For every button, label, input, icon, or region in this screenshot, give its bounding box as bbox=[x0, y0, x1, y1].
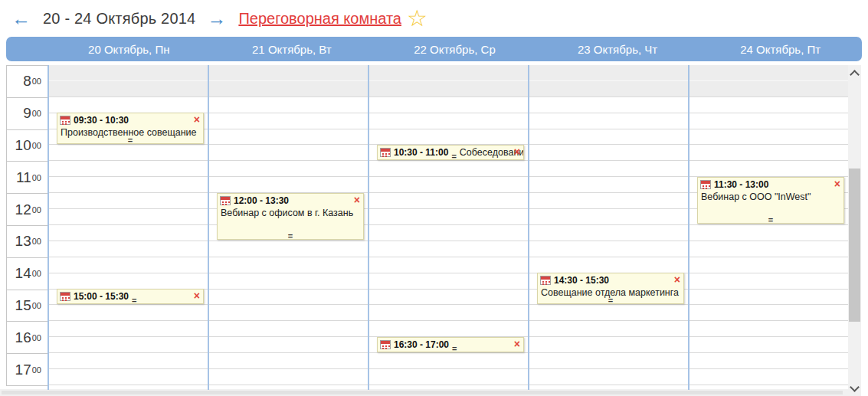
resize-handle[interactable]: = bbox=[608, 296, 613, 304]
offhours-band bbox=[47, 65, 848, 97]
day-header-thursday: 23 Октябрь, Чт bbox=[536, 43, 699, 56]
column-divider bbox=[47, 65, 49, 390]
event-header: 09:30 - 10:30 bbox=[57, 113, 203, 126]
minute-text: 00 bbox=[32, 141, 41, 150]
vertical-scrollbar[interactable] bbox=[848, 65, 861, 396]
event-card[interactable]: 11:30 - 13:00 × Вебинар с ООО "InWest" = bbox=[697, 177, 844, 224]
chevron-up-icon bbox=[850, 70, 860, 80]
close-icon[interactable]: × bbox=[514, 339, 520, 349]
resize-handle[interactable]: = bbox=[288, 232, 293, 240]
hour-text: 17 bbox=[15, 362, 31, 378]
resize-handle[interactable]: = bbox=[132, 296, 136, 305]
event-card[interactable]: 10:30 - 11:00 = Собеседование × bbox=[377, 145, 524, 160]
time-label: 1400 bbox=[7, 258, 47, 290]
hour-text: 12 bbox=[15, 201, 31, 218]
calendar-icon bbox=[700, 180, 711, 189]
horizontal-scroll-thumb[interactable] bbox=[2, 391, 843, 394]
minute-text: 00 bbox=[32, 237, 41, 246]
close-icon[interactable]: × bbox=[194, 115, 200, 124]
event-title: Вебинар с ООО "InWest" bbox=[698, 190, 843, 202]
calendar-icon bbox=[220, 196, 231, 205]
event-time: 15:00 - 15:30 bbox=[74, 291, 129, 302]
prev-week-button[interactable]: ← bbox=[11, 9, 31, 28]
minute-text: 00 bbox=[32, 205, 41, 214]
event-time: 09:30 - 10:30 bbox=[74, 115, 129, 126]
hour-text: 16 bbox=[15, 329, 31, 346]
next-week-button[interactable]: → bbox=[207, 9, 226, 28]
event-time: 16:30 - 17:00 bbox=[394, 339, 449, 350]
resize-handle[interactable]: = bbox=[451, 152, 456, 161]
chevron-down-icon bbox=[850, 382, 860, 392]
week-title: 20 - 24 Октябрь 2014 bbox=[43, 10, 195, 28]
minute-text: 00 bbox=[32, 173, 41, 182]
time-label: 900 bbox=[7, 98, 47, 130]
hour-text: 13 bbox=[15, 233, 31, 250]
event-time: 10:30 - 11:00 bbox=[394, 147, 448, 158]
event-header: 16:30 - 17:00 = bbox=[378, 338, 523, 350]
calendar-icon bbox=[60, 116, 70, 125]
time-label: 1300 bbox=[7, 226, 47, 258]
resize-handle[interactable]: = bbox=[452, 345, 457, 353]
hour-text: 15 bbox=[15, 297, 31, 314]
event-time: 14:30 - 15:30 bbox=[554, 275, 609, 286]
time-label: 1700 bbox=[7, 354, 47, 386]
calendar-icon bbox=[540, 276, 551, 285]
hour-text: 14 bbox=[15, 265, 31, 282]
time-gutter: 800 900 1000 1100 1200 1300 1400 1500 16… bbox=[6, 65, 47, 386]
event-card[interactable]: 12:00 - 13:30 × Вебинар с офисом в г. Ка… bbox=[217, 193, 364, 240]
day-header-tuesday: 21 Октябрь, Вт bbox=[211, 43, 374, 56]
minute-text: 00 bbox=[32, 77, 41, 86]
hour-text: 9 bbox=[23, 105, 31, 122]
event-title: Вебинар с офисом в г. Казань bbox=[218, 206, 363, 218]
event-header: 15:00 - 15:30 = bbox=[57, 290, 203, 302]
close-icon[interactable]: × bbox=[354, 195, 360, 205]
minute-text: 00 bbox=[32, 365, 41, 375]
minute-text: 00 bbox=[32, 109, 41, 118]
hour-text: 8 bbox=[23, 73, 31, 90]
close-icon[interactable]: × bbox=[194, 291, 200, 300]
time-label: 1100 bbox=[7, 162, 47, 194]
day-header-friday: 24 Октябрь, Пт bbox=[699, 43, 862, 56]
minute-text: 00 bbox=[32, 301, 41, 310]
hour-text: 10 bbox=[15, 137, 31, 154]
calendar-icon bbox=[380, 340, 391, 349]
horizontal-scrollbar[interactable] bbox=[0, 389, 848, 396]
day-header-bar: 20 Октябрь, Пн 21 Октябрь, Вт 22 Октябрь… bbox=[6, 37, 862, 61]
close-icon[interactable]: × bbox=[834, 179, 840, 188]
time-label: 1600 bbox=[7, 322, 47, 354]
column-divider bbox=[368, 65, 369, 390]
close-icon[interactable]: × bbox=[514, 147, 520, 156]
scroll-down-button[interactable] bbox=[848, 382, 861, 394]
time-label: 1500 bbox=[7, 290, 47, 322]
event-header: 10:30 - 11:00 = Собеседование bbox=[378, 146, 523, 158]
event-card[interactable]: 16:30 - 17:00 = × bbox=[377, 337, 524, 352]
minute-text: 00 bbox=[32, 333, 41, 342]
resize-handle[interactable]: = bbox=[768, 216, 773, 224]
event-header: 14:30 - 15:30 bbox=[538, 273, 683, 286]
favorite-star-icon[interactable]: ☆ bbox=[407, 7, 427, 30]
toolbar: ← 20 - 24 Октябрь 2014 → Переговорная ко… bbox=[0, 0, 868, 37]
event-card[interactable]: 14:30 - 15:30 × Совещание отдела маркети… bbox=[537, 273, 684, 304]
room-link[interactable]: Переговорная комната bbox=[238, 10, 401, 28]
column-divider bbox=[208, 65, 209, 390]
event-header: 11:30 - 13:00 bbox=[698, 178, 843, 190]
vertical-scroll-thumb[interactable] bbox=[849, 169, 860, 322]
time-label: 800 bbox=[7, 66, 47, 98]
hour-text: 11 bbox=[16, 169, 31, 186]
time-label: 1200 bbox=[7, 194, 47, 226]
calendar-grid: 800 900 1000 1100 1200 1300 1400 1500 16… bbox=[6, 65, 848, 390]
resize-handle[interactable]: = bbox=[128, 136, 133, 144]
calendar-icon bbox=[60, 292, 70, 301]
day-header-wednesday: 22 Октябрь, Ср bbox=[373, 43, 536, 56]
scroll-up-button[interactable] bbox=[848, 67, 861, 79]
event-card[interactable]: 09:30 - 10:30 × Производственное совещан… bbox=[57, 113, 204, 144]
event-time: 11:30 - 13:00 bbox=[714, 179, 768, 190]
close-icon[interactable]: × bbox=[674, 275, 680, 284]
event-header: 12:00 - 13:30 bbox=[218, 194, 363, 206]
event-time: 12:00 - 13:30 bbox=[234, 195, 289, 206]
column-divider bbox=[528, 65, 529, 390]
event-card[interactable]: 15:00 - 15:30 = × bbox=[57, 289, 204, 304]
minute-text: 00 bbox=[32, 269, 41, 278]
column-divider bbox=[688, 65, 689, 390]
calendar-icon bbox=[380, 148, 391, 157]
